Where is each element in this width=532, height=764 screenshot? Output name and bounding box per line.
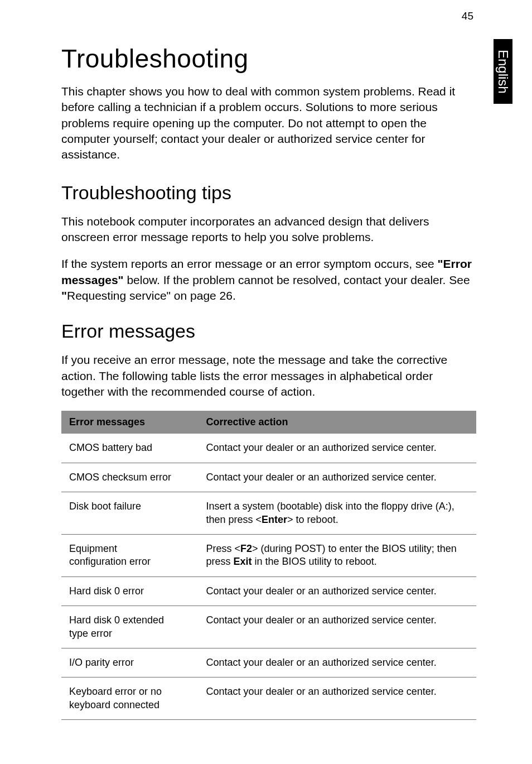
text-run: > to reboot. — [287, 514, 338, 525]
text-run: Requesting service" on page 26. — [67, 289, 236, 302]
page-container: 45 English Troubleshooting This chapter … — [0, 0, 532, 764]
errors-paragraph: If you receive an error message, note th… — [61, 352, 476, 400]
table-header-error: Error messages — [61, 411, 199, 434]
language-tab-label: English — [495, 50, 511, 94]
error-cell: Disk boot failure — [61, 492, 199, 535]
key-name: Enter — [262, 514, 287, 525]
table-row: Hard disk 0 error Contact your dealer or… — [61, 576, 476, 606]
text-line: Keyboard error or no — [69, 686, 162, 697]
action-cell: Contact your dealer or an authorized ser… — [199, 648, 476, 677]
table-row: CMOS battery bad Contact your dealer or … — [61, 434, 476, 463]
table-header-row: Error messages Corrective action — [61, 411, 476, 434]
tips-paragraph-2: If the system reports an error message o… — [61, 256, 476, 304]
text-run: in the BIOS utility to reboot. — [252, 556, 377, 567]
text-line: keyboard connected — [69, 699, 159, 710]
text-run: " — [61, 289, 67, 302]
tips-heading: Troubleshooting tips — [61, 182, 476, 204]
key-name: F2 — [240, 543, 252, 554]
text-run: Press < — [206, 543, 241, 554]
page-title: Troubleshooting — [61, 44, 476, 74]
table-row: Disk boot failure Insert a system (boota… — [61, 492, 476, 535]
table-row: Equipment configuration error Press <F2>… — [61, 535, 476, 577]
text-line: Equipment — [69, 543, 117, 554]
error-cell: Equipment configuration error — [61, 535, 199, 577]
action-cell: Insert a system (bootable) disk into the… — [199, 492, 476, 535]
key-name: Exit — [234, 556, 252, 567]
error-cell: Hard disk 0 extended type error — [61, 606, 199, 648]
errors-heading: Error messages — [61, 320, 476, 342]
text-line: type error — [69, 628, 112, 639]
action-cell: Contact your dealer or an authorized ser… — [199, 606, 476, 648]
error-messages-table: Error messages Corrective action CMOS ba… — [61, 411, 476, 720]
text-run: If the system reports an error message o… — [61, 257, 438, 270]
error-cell: CMOS battery bad — [61, 434, 199, 463]
error-cell: Hard disk 0 error — [61, 576, 199, 606]
table-header-action: Corrective action — [199, 411, 476, 434]
action-cell: Contact your dealer or an authorized ser… — [199, 434, 476, 463]
text-line: Hard disk 0 extended — [69, 614, 164, 626]
action-cell: Contact your dealer or an authorized ser… — [199, 576, 476, 606]
error-cell: Keyboard error or no keyboard connected — [61, 677, 199, 720]
language-tab: English — [494, 39, 512, 104]
table-row: CMOS checksum error Contact your dealer … — [61, 463, 476, 492]
text-run: below. If the problem cannot be resolved… — [124, 273, 470, 286]
table-row: I/O parity error Contact your dealer or … — [61, 648, 476, 677]
action-cell: Press <F2> (during POST) to enter the BI… — [199, 535, 476, 577]
text-line: configuration error — [69, 556, 151, 567]
tips-paragraph-1: This notebook computer incorporates an a… — [61, 214, 476, 246]
page-number: 45 — [462, 10, 473, 22]
action-cell: Contact your dealer or an authorized ser… — [199, 463, 476, 492]
intro-paragraph: This chapter shows you how to deal with … — [61, 84, 476, 163]
table-row: Hard disk 0 extended type error Contact … — [61, 606, 476, 648]
table-row: Keyboard error or no keyboard connected … — [61, 677, 476, 720]
error-cell: I/O parity error — [61, 648, 199, 677]
error-cell: CMOS checksum error — [61, 463, 199, 492]
action-cell: Contact your dealer or an authorized ser… — [199, 677, 476, 720]
